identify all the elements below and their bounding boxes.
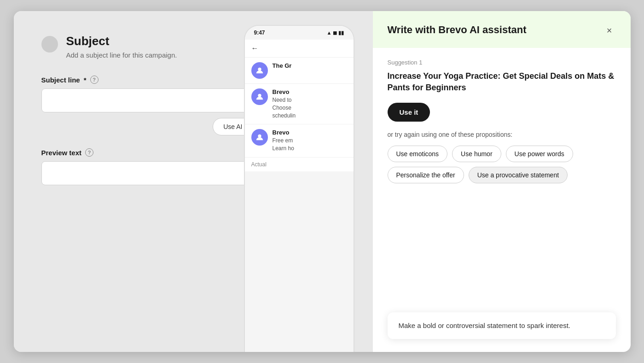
avatar-1 (251, 62, 268, 79)
phone-frame: 9:47 ▲ ◼ ▮▮ ← The Gr (244, 25, 354, 352)
svg-point-2 (258, 135, 261, 138)
svg-point-0 (258, 68, 261, 71)
phone-message-1: The Gr (245, 58, 354, 84)
right-header: Write with Brevo AI assistant × (373, 11, 631, 48)
propositions-grid: Use emoticons Use humor Use power words … (388, 146, 616, 183)
phone-message-3: Brevo Free em Learn ho (245, 124, 354, 158)
avatar-2 (251, 88, 268, 105)
phone-mockup-area: 9:47 ▲ ◼ ▮▮ ← The Gr (235, 25, 364, 352)
message-2-body: Need to Choose schedulin (273, 96, 296, 119)
actual-label: Actual (245, 158, 354, 171)
message-2-sender: Brevo (273, 88, 296, 95)
message-3-sender: Brevo (273, 129, 294, 136)
suggestion-label: Suggestion 1 (388, 59, 616, 66)
right-body: Suggestion 1 Increase Your Yoga Practice… (373, 48, 631, 312)
left-panel: Subject Add a subject line for this camp… (14, 11, 373, 352)
subject-help-icon[interactable]: ? (90, 76, 99, 84)
section-title: Subject (66, 34, 177, 48)
phone-message-2: Brevo Need to Choose schedulin (245, 84, 354, 124)
message-1-sender: The Gr (273, 62, 292, 69)
svg-point-1 (258, 94, 261, 97)
proposition-use-humor[interactable]: Use humor (452, 146, 501, 162)
step-circle (41, 36, 58, 53)
proposition-use-provocative[interactable]: Use a provocative statement (469, 167, 568, 183)
tooltip-text: Make a bold or controversial statement t… (399, 322, 571, 329)
subject-line-input[interactable] (41, 88, 253, 112)
right-header-title: Write with Brevo AI assistant (388, 24, 527, 36)
try-again-label: or try again using one of these proposit… (388, 131, 616, 138)
phone-icons: ▲ ◼ ▮▮ (327, 30, 344, 36)
phone-time: 9:47 (254, 29, 265, 36)
proposition-personalize-offer[interactable]: Personalize the offer (388, 167, 464, 183)
section-title-block: Subject Add a subject line for this camp… (66, 34, 177, 59)
tooltip-box: Make a bold or controversial statement t… (388, 312, 616, 340)
proposition-use-power-words[interactable]: Use power words (506, 146, 573, 162)
phone-status-bar: 9:47 ▲ ◼ ▮▮ (245, 26, 354, 40)
preview-help-icon[interactable]: ? (85, 148, 93, 157)
phone-nav: ← (245, 40, 354, 58)
message-3-body: Free em Learn ho (273, 137, 294, 152)
section-subtitle: Add a subject line for this campaign. (66, 51, 177, 59)
suggestion-text: Increase Your Yoga Practice: Get Special… (388, 70, 616, 94)
avatar-3 (251, 129, 268, 146)
close-button[interactable]: × (603, 24, 616, 37)
main-container: Subject Add a subject line for this camp… (14, 11, 631, 352)
back-arrow-icon: ← (251, 44, 259, 53)
right-panel: Write with Brevo AI assistant × Suggesti… (373, 11, 631, 352)
phone-content: ← The Gr (245, 40, 354, 171)
preview-text-input[interactable] (41, 161, 253, 185)
use-it-button[interactable]: Use it (388, 103, 430, 122)
required-star: * (84, 76, 87, 84)
proposition-use-emoticons[interactable]: Use emoticons (388, 146, 448, 162)
